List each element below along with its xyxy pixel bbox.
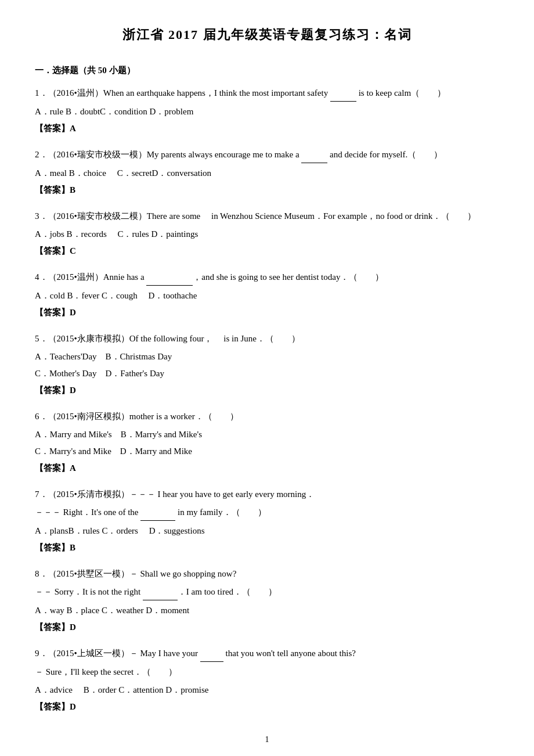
q1-body: When an earthquake happens，I think the m… [103,88,446,98]
q7-text-2: －－－ Right．It's one of the in my family．（… [35,505,499,521]
q4-text: 4．（2015•温州）Annie has a ，and she is going… [35,269,499,286]
q2-id: 2． [35,150,48,159]
q4-answer: 【答案】D [35,305,499,321]
q7-answer: 【答案】B [35,540,499,556]
questions-container: 1．（2016•温州）When an earthquake happens，I … [35,85,499,715]
q8-id: 8． [35,569,48,578]
q6-body: mother is a worker．（ ） [129,412,239,421]
q4-body: Annie has a ，and she is going to see her… [103,272,384,282]
q6-source: （2015•南浔区模拟） [48,412,129,421]
q5-body: Of the following four， is in June．（ ） [129,334,300,343]
q7-id: 7． [35,489,48,499]
q2-source: （2016•瑞安市校级一模） [48,150,147,159]
q1-answer: 【答案】A [35,121,499,136]
q2-answer: 【答案】B [35,182,499,198]
q6-options-1: A．Marry and Mike's B．Marry's and Mike's [35,427,499,442]
q7-options: A．plansB．rules C．orders D．suggestions [35,523,499,539]
q8-options: A．way B．place C．weather D．moment [35,603,499,618]
q7-line2: －－－ Right．It's one of the in my family．（… [35,507,266,517]
page-number: 1 [35,732,499,747]
question-8: 8．（2015•拱墅区一模）－ Shall we go shopping now… [35,566,499,635]
q5-text: 5．（2015•永康市模拟）Of the following four， is … [35,331,499,347]
q5-id: 5． [35,334,48,343]
page-title: 浙江省 2017 届九年级英语专题复习练习：名词 [35,23,499,46]
q9-options: A．advice B．order C．attention D．promise [35,682,499,698]
q3-answer: 【答案】C [35,243,499,259]
q1-source: （2016•温州） [48,88,103,98]
question-3: 3．（2016•瑞安市校级二模）There are some in Wenzho… [35,208,499,259]
question-5: 5．（2015•永康市模拟）Of the following four， is … [35,331,499,398]
q9-text-2: － Sure，I'll keep the secret．（ ） [35,664,499,680]
q5-options-2: C．Mother's Day D．Father's Day [35,366,499,381]
q4-source: （2015•温州） [48,272,103,282]
q8-answer: 【答案】D [35,620,499,635]
q6-answer: 【答案】A [35,460,499,476]
q4-options: A．cold B．fever C．cough D．toothache [35,288,499,304]
question-9: 9．（2015•上城区一模）－ May I have your that you… [35,646,499,715]
q9-line2: － Sure，I'll keep the secret．（ ） [35,667,177,676]
question-7: 7．（2015•乐清市模拟）－－－ I hear you have to get… [35,487,499,556]
q9-answer: 【答案】D [35,699,499,715]
q3-source: （2016•瑞安市校级二模） [48,211,147,221]
q6-id: 6． [35,412,48,421]
q8-line2: －－ Sorry．It is not the right ．I am too t… [35,587,277,596]
q5-answer: 【答案】D [35,383,499,398]
q2-text: 2．（2016•瑞安市校级一模）My parents always encour… [35,147,499,163]
q3-text: 3．（2016•瑞安市校级二模）There are some in Wenzho… [35,208,499,224]
q5-source: （2015•永康市模拟） [48,334,129,343]
question-6: 6．（2015•南浔区模拟）mother is a worker．（ ） A．M… [35,409,499,476]
q3-body: There are some in Wenzhou Science Museum… [147,211,477,221]
q4-id: 4． [35,272,48,282]
q2-options: A．meal B．choice C．secretD．conversation [35,165,499,181]
section-header: 一．选择题（共 50 小题） [35,63,499,78]
q8-text: 8．（2015•拱墅区一模）－ Shall we go shopping now… [35,566,499,582]
question-4: 4．（2015•温州）Annie has a ，and she is going… [35,269,499,321]
q6-options-2: C．Marry's and Mike D．Marry and Mike [35,444,499,459]
q8-line1: － Shall we go shopping now? [129,569,237,578]
q7-source: （2015•乐清市模拟） [48,489,129,499]
q9-id: 9． [35,649,48,658]
q9-source: （2015•上城区一模） [48,649,129,658]
q9-text: 9．（2015•上城区一模）－ May I have your that you… [35,646,499,662]
q9-line1: － May I have your that you won't tell an… [129,649,356,658]
q3-options: A．jobs B．records C．rules D．paintings [35,226,499,242]
question-2: 2．（2016•瑞安市校级一模）My parents always encour… [35,147,499,198]
q1-options: A．rule B．doubtC．condition D．problem [35,104,499,120]
q1-text: 1．（2016•温州）When an earthquake happens，I … [35,85,499,102]
q8-source: （2015•拱墅区一模） [48,569,129,578]
q2-body: My parents always encourage me to make a… [147,150,442,159]
q6-text: 6．（2015•南浔区模拟）mother is a worker．（ ） [35,409,499,424]
question-1: 1．（2016•温州）When an earthquake happens，I … [35,85,499,136]
q3-id: 3． [35,211,48,221]
q1-id: 1． [35,88,48,98]
q5-options-1: A．Teachers'Day B．Christmas Day [35,349,499,365]
q7-text: 7．（2015•乐清市模拟）－－－ I hear you have to get… [35,487,499,502]
q8-text-2: －－ Sorry．It is not the right ．I am too t… [35,584,499,600]
q7-line1: －－－ I hear you have to get early every m… [129,489,315,499]
